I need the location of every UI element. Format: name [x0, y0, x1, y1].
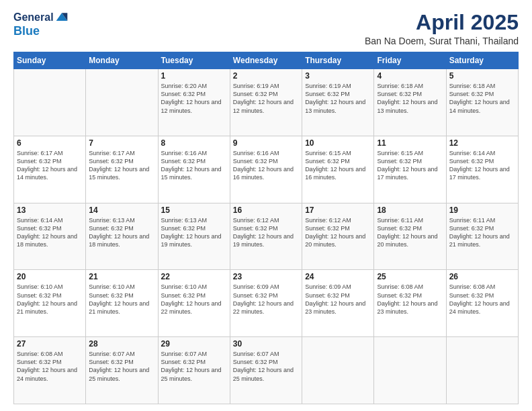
day-number: 14 [89, 205, 154, 215]
day-number: 23 [233, 272, 299, 281]
calendar-cell [446, 337, 518, 404]
calendar-week-row: 20Sunrise: 6:10 AM Sunset: 6:32 PM Dayli… [14, 270, 519, 337]
month-title: April 2025 [365, 11, 519, 34]
day-info: Sunrise: 6:11 AM Sunset: 6:32 PM Dayligh… [377, 216, 443, 249]
logo-icon [55, 11, 69, 24]
calendar-week-row: 13Sunrise: 6:14 AM Sunset: 6:32 PM Dayli… [14, 203, 519, 270]
day-number: 19 [449, 205, 515, 215]
calendar-header-row: SundayMondayTuesdayWednesdayThursdayFrid… [14, 52, 519, 69]
title-block: April 2025 Ban Na Doem, Surat Thani, Tha… [365, 11, 519, 46]
logo-blue: Blue [13, 24, 40, 38]
day-info: Sunrise: 6:20 AM Sunset: 6:32 PM Dayligh… [161, 82, 227, 115]
day-number: 21 [89, 272, 154, 281]
header: General Blue April 2025 Ban Na Doem, Sur… [13, 11, 519, 46]
calendar-cell: 11Sunrise: 6:15 AM Sunset: 6:32 PM Dayli… [374, 136, 446, 203]
weekday-header: Sunday [14, 52, 86, 69]
day-info: Sunrise: 6:07 AM Sunset: 6:32 PM Dayligh… [161, 350, 227, 383]
calendar-cell: 29Sunrise: 6:07 AM Sunset: 6:32 PM Dayli… [158, 337, 230, 404]
day-number: 29 [161, 339, 227, 349]
day-info: Sunrise: 6:10 AM Sunset: 6:32 PM Dayligh… [161, 283, 227, 316]
day-number: 13 [17, 205, 83, 215]
logo-general: General [13, 11, 54, 24]
day-info: Sunrise: 6:11 AM Sunset: 6:32 PM Dayligh… [449, 216, 515, 249]
day-number: 28 [89, 339, 154, 349]
calendar-cell: 26Sunrise: 6:08 AM Sunset: 6:32 PM Dayli… [446, 270, 518, 337]
location: Ban Na Doem, Surat Thani, Thailand [365, 36, 519, 46]
calendar-cell: 10Sunrise: 6:15 AM Sunset: 6:32 PM Dayli… [302, 136, 374, 203]
weekday-header: Tuesday [158, 52, 230, 69]
day-number: 27 [17, 339, 83, 349]
calendar-cell: 28Sunrise: 6:07 AM Sunset: 6:32 PM Dayli… [86, 337, 158, 404]
day-info: Sunrise: 6:19 AM Sunset: 6:32 PM Dayligh… [305, 82, 371, 115]
calendar-cell: 5Sunrise: 6:18 AM Sunset: 6:32 PM Daylig… [446, 69, 518, 136]
day-number: 15 [161, 205, 227, 215]
day-info: Sunrise: 6:14 AM Sunset: 6:32 PM Dayligh… [17, 216, 83, 249]
day-number: 17 [305, 205, 371, 215]
day-number: 26 [449, 272, 515, 281]
calendar-cell: 24Sunrise: 6:09 AM Sunset: 6:32 PM Dayli… [302, 270, 374, 337]
calendar-week-row: 27Sunrise: 6:08 AM Sunset: 6:32 PM Dayli… [14, 337, 519, 404]
calendar-week-row: 1Sunrise: 6:20 AM Sunset: 6:32 PM Daylig… [14, 69, 519, 136]
weekday-header: Saturday [446, 52, 518, 69]
day-info: Sunrise: 6:10 AM Sunset: 6:32 PM Dayligh… [89, 283, 154, 316]
calendar-cell: 21Sunrise: 6:10 AM Sunset: 6:32 PM Dayli… [86, 270, 158, 337]
day-info: Sunrise: 6:19 AM Sunset: 6:32 PM Dayligh… [233, 82, 299, 115]
calendar-week-row: 6Sunrise: 6:17 AM Sunset: 6:32 PM Daylig… [14, 136, 519, 203]
calendar-cell: 3Sunrise: 6:19 AM Sunset: 6:32 PM Daylig… [302, 69, 374, 136]
day-number: 22 [161, 272, 227, 281]
day-number: 1 [161, 71, 227, 81]
day-info: Sunrise: 6:07 AM Sunset: 6:32 PM Dayligh… [89, 350, 154, 383]
calendar-cell: 19Sunrise: 6:11 AM Sunset: 6:32 PM Dayli… [446, 203, 518, 270]
calendar-cell: 12Sunrise: 6:14 AM Sunset: 6:32 PM Dayli… [446, 136, 518, 203]
calendar-cell: 13Sunrise: 6:14 AM Sunset: 6:32 PM Dayli… [14, 203, 86, 270]
weekday-header: Monday [86, 52, 158, 69]
day-number: 11 [377, 138, 443, 148]
calendar-cell: 30Sunrise: 6:07 AM Sunset: 6:32 PM Dayli… [230, 337, 302, 404]
day-info: Sunrise: 6:17 AM Sunset: 6:32 PM Dayligh… [17, 149, 83, 182]
weekday-header: Friday [374, 52, 446, 69]
calendar-cell: 25Sunrise: 6:08 AM Sunset: 6:32 PM Dayli… [374, 270, 446, 337]
day-number: 9 [233, 138, 299, 148]
day-number: 30 [233, 339, 299, 349]
calendar-cell [14, 69, 86, 136]
calendar-cell [302, 337, 374, 404]
day-info: Sunrise: 6:08 AM Sunset: 6:32 PM Dayligh… [377, 283, 443, 316]
day-number: 3 [305, 71, 371, 81]
calendar-cell: 1Sunrise: 6:20 AM Sunset: 6:32 PM Daylig… [158, 69, 230, 136]
day-number: 18 [377, 205, 443, 215]
day-info: Sunrise: 6:09 AM Sunset: 6:32 PM Dayligh… [233, 283, 299, 316]
calendar-cell: 17Sunrise: 6:12 AM Sunset: 6:32 PM Dayli… [302, 203, 374, 270]
day-info: Sunrise: 6:09 AM Sunset: 6:32 PM Dayligh… [305, 283, 371, 316]
day-info: Sunrise: 6:16 AM Sunset: 6:32 PM Dayligh… [233, 149, 299, 182]
calendar-cell: 2Sunrise: 6:19 AM Sunset: 6:32 PM Daylig… [230, 69, 302, 136]
calendar-cell: 6Sunrise: 6:17 AM Sunset: 6:32 PM Daylig… [14, 136, 86, 203]
day-number: 12 [449, 138, 515, 148]
day-number: 8 [161, 138, 227, 148]
calendar-table: SundayMondayTuesdayWednesdayThursdayFrid… [13, 52, 519, 404]
calendar-cell: 23Sunrise: 6:09 AM Sunset: 6:32 PM Dayli… [230, 270, 302, 337]
day-info: Sunrise: 6:14 AM Sunset: 6:32 PM Dayligh… [449, 149, 515, 182]
calendar-cell: 18Sunrise: 6:11 AM Sunset: 6:32 PM Dayli… [374, 203, 446, 270]
day-number: 4 [377, 71, 443, 81]
day-info: Sunrise: 6:07 AM Sunset: 6:32 PM Dayligh… [233, 350, 299, 383]
calendar-cell: 20Sunrise: 6:10 AM Sunset: 6:32 PM Dayli… [14, 270, 86, 337]
day-info: Sunrise: 6:15 AM Sunset: 6:32 PM Dayligh… [377, 149, 443, 182]
day-info: Sunrise: 6:10 AM Sunset: 6:32 PM Dayligh… [17, 283, 83, 316]
calendar-cell [86, 69, 158, 136]
weekday-header: Thursday [302, 52, 374, 69]
day-info: Sunrise: 6:12 AM Sunset: 6:32 PM Dayligh… [233, 216, 299, 249]
calendar-cell: 27Sunrise: 6:08 AM Sunset: 6:32 PM Dayli… [14, 337, 86, 404]
day-info: Sunrise: 6:18 AM Sunset: 6:32 PM Dayligh… [449, 82, 515, 115]
day-number: 2 [233, 71, 299, 81]
day-number: 10 [305, 138, 371, 148]
day-info: Sunrise: 6:08 AM Sunset: 6:32 PM Dayligh… [449, 283, 515, 316]
calendar-cell: 15Sunrise: 6:13 AM Sunset: 6:32 PM Dayli… [158, 203, 230, 270]
calendar-cell: 22Sunrise: 6:10 AM Sunset: 6:32 PM Dayli… [158, 270, 230, 337]
day-info: Sunrise: 6:08 AM Sunset: 6:32 PM Dayligh… [17, 350, 83, 383]
calendar-cell: 14Sunrise: 6:13 AM Sunset: 6:32 PM Dayli… [86, 203, 158, 270]
day-number: 5 [449, 71, 515, 81]
day-info: Sunrise: 6:12 AM Sunset: 6:32 PM Dayligh… [305, 216, 371, 249]
weekday-header: Wednesday [230, 52, 302, 69]
calendar-cell [374, 337, 446, 404]
logo: General Blue [13, 11, 69, 38]
